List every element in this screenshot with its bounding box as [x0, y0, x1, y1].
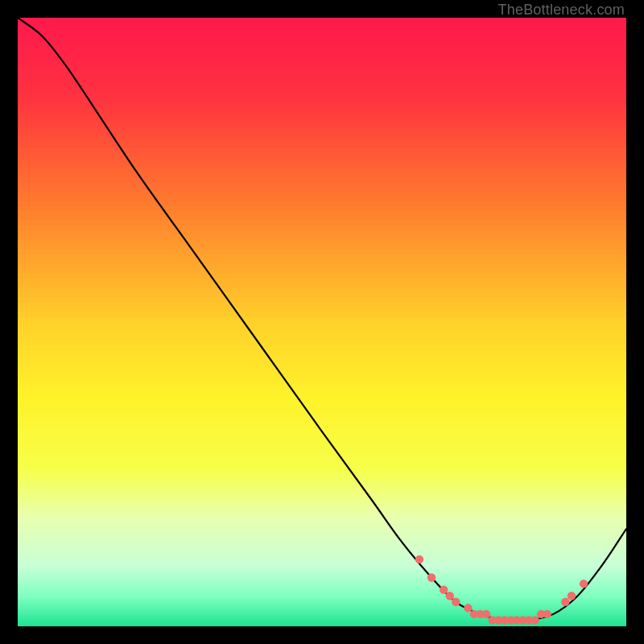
data-point	[543, 610, 551, 618]
data-point	[440, 585, 448, 593]
data-point	[427, 573, 436, 581]
data-point	[464, 604, 472, 612]
attribution-label: TheBottleneck.com	[498, 2, 625, 19]
plot-area	[18, 18, 626, 626]
data-point	[580, 580, 588, 588]
data-point	[446, 592, 454, 600]
chart-stage: TheBottleneck.com	[0, 0, 644, 644]
data-point	[568, 592, 576, 600]
data-point-markers	[18, 18, 626, 626]
data-point	[482, 610, 490, 618]
data-point	[415, 555, 423, 564]
data-point	[561, 598, 569, 606]
data-point	[452, 598, 460, 606]
data-point	[530, 616, 539, 624]
